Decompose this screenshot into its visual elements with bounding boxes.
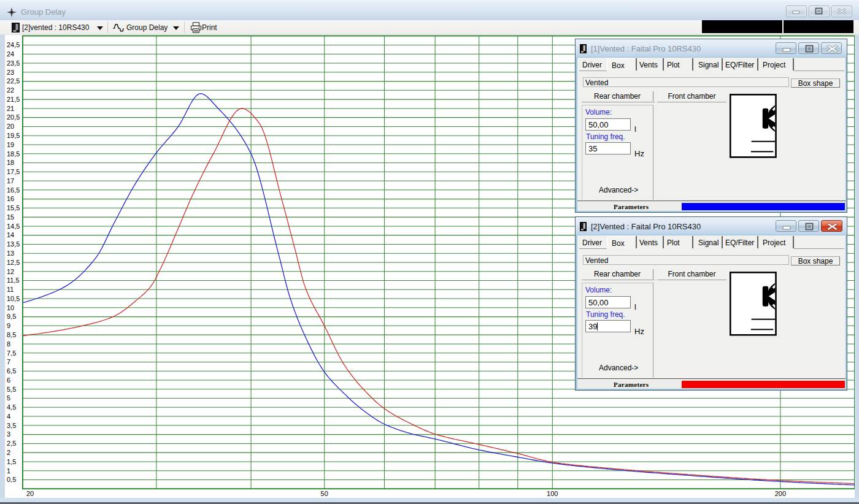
svg-text:16: 16 — [7, 195, 14, 202]
svg-text:10,5: 10,5 — [7, 295, 20, 302]
svg-text:22,5: 22,5 — [7, 77, 20, 85]
svg-text:10: 10 — [7, 304, 14, 311]
svg-text:24,5: 24,5 — [7, 41, 20, 48]
svg-text:11: 11 — [7, 286, 13, 293]
svg-text:19: 19 — [7, 141, 14, 148]
svg-text:21: 21 — [7, 105, 14, 112]
svg-text:20: 20 — [26, 490, 34, 497]
svg-text:9: 9 — [7, 322, 10, 329]
svg-text:24: 24 — [7, 50, 14, 58]
svg-text:1: 1 — [7, 467, 10, 475]
svg-text:18: 18 — [7, 159, 14, 166]
svg-text:17: 17 — [7, 177, 14, 185]
svg-text:8,5: 8,5 — [7, 331, 16, 338]
svg-text:23: 23 — [7, 69, 14, 76]
svg-text:6: 6 — [7, 376, 10, 384]
svg-text:3: 3 — [7, 430, 10, 438]
svg-text:8: 8 — [7, 340, 10, 348]
svg-text:1,5: 1,5 — [7, 458, 16, 465]
svg-text:21,5: 21,5 — [7, 96, 20, 103]
svg-text:22: 22 — [7, 86, 14, 94]
svg-text:14,5: 14,5 — [7, 223, 20, 230]
svg-text:14: 14 — [7, 231, 14, 239]
svg-text:200: 200 — [775, 490, 786, 497]
svg-text:20: 20 — [7, 123, 14, 130]
svg-text:0,5: 0,5 — [7, 476, 16, 483]
svg-text:5: 5 — [7, 394, 10, 402]
svg-text:4: 4 — [7, 413, 10, 420]
svg-text:7,5: 7,5 — [7, 349, 16, 357]
svg-text:18,5: 18,5 — [7, 150, 20, 158]
svg-text:6,5: 6,5 — [7, 367, 16, 375]
svg-text:5,5: 5,5 — [7, 386, 16, 393]
svg-text:17,5: 17,5 — [7, 168, 20, 175]
svg-text:23,5: 23,5 — [7, 59, 20, 67]
svg-text:13: 13 — [7, 250, 14, 257]
svg-text:7: 7 — [7, 358, 10, 365]
svg-text:19,5: 19,5 — [7, 132, 20, 139]
svg-text:2,5: 2,5 — [7, 440, 16, 447]
svg-text:11,5: 11,5 — [7, 277, 20, 284]
svg-text:12: 12 — [7, 268, 14, 275]
svg-text:9,5: 9,5 — [7, 313, 16, 320]
svg-text:13,5: 13,5 — [7, 240, 20, 248]
svg-text:2: 2 — [7, 449, 10, 456]
svg-text:100: 100 — [547, 490, 558, 497]
svg-text:12,5: 12,5 — [7, 259, 20, 266]
svg-text:15: 15 — [7, 213, 14, 221]
svg-text:4,5: 4,5 — [7, 403, 16, 411]
svg-text:50: 50 — [321, 490, 328, 497]
svg-text:16,5: 16,5 — [7, 186, 20, 194]
svg-text:20,5: 20,5 — [7, 113, 20, 121]
svg-text:15,5: 15,5 — [7, 204, 20, 212]
svg-text:3,5: 3,5 — [7, 422, 16, 429]
